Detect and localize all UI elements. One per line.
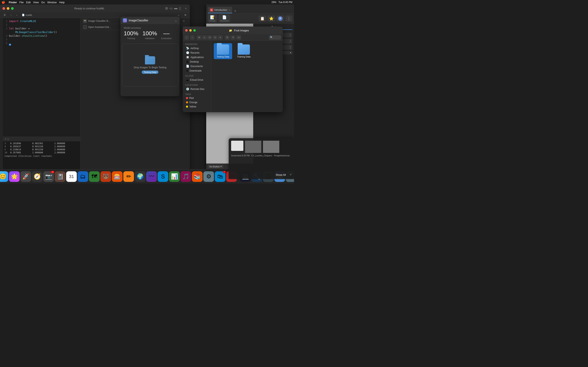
menubar-view[interactable]: View: [33, 1, 39, 4]
bullets-dropdown[interactable]: No Bullets ▾: [208, 165, 223, 168]
sidebar-item-desktop[interactable]: 🖥 Desktop: [183, 59, 210, 64]
dock-books[interactable]: 📚: [192, 171, 203, 182]
finder-folder-training[interactable]: Training Data: [234, 43, 253, 59]
before-para-stepper[interactable]: ▲▼: [290, 39, 291, 43]
after-para-stepper[interactable]: ▲▼: [290, 45, 291, 49]
code-line-6: 6: [3, 42, 80, 45]
xcode-nav-back[interactable]: ‹: [9, 13, 13, 17]
menubar-finder[interactable]: Finder: [9, 1, 17, 4]
sidebar-item-yellow[interactable]: Yellow: [183, 105, 210, 109]
notif-preview-3: [263, 141, 279, 153]
dock-cashculator[interactable]: 🎰: [112, 171, 122, 182]
sidebar-item-recents[interactable]: 🕐 Recents: [183, 50, 210, 55]
downloads-icon: ⬇: [186, 69, 188, 72]
dock-files[interactable]: 🗂: [78, 171, 88, 182]
right-item-close-1[interactable]: ⊠: [183, 20, 185, 22]
finder-gear-btn[interactable]: ⚙: [225, 35, 230, 40]
finder-folder-testing[interactable]: Testing Data: [214, 43, 232, 59]
size-stepper[interactable]: ▲▼: [290, 33, 291, 37]
classifier-chevron-icon[interactable]: ⌄: [174, 18, 177, 22]
sidebar-item-applications[interactable]: 🔲 Applications: [183, 55, 210, 59]
dock-preferences[interactable]: ⚙: [203, 171, 214, 182]
icloud-icon: ☁: [186, 78, 189, 81]
dock-bear[interactable]: 🐻: [100, 171, 111, 182]
more-btn[interactable]: ⋮: [285, 16, 292, 22]
dock-maps[interactable]: 🗺: [89, 171, 100, 182]
debug-stop-icon[interactable]: □: [7, 138, 9, 141]
dock-lines[interactable]: 〰: [146, 171, 157, 182]
training-label: Training: [124, 37, 138, 40]
dock-finder[interactable]: 😊: [0, 171, 8, 182]
sidebar-item-red[interactable]: Red: [183, 96, 210, 100]
pages-add-tab-btn[interactable]: ＋: [232, 8, 238, 13]
orange-tag-icon: [186, 101, 188, 103]
dock-chrome[interactable]: 🌍: [135, 171, 145, 182]
xcode-sidebar-toggle[interactable]: ☰: [2, 13, 8, 17]
finder-column-view-btn[interactable]: ⊟: [207, 35, 212, 40]
show-all-btn[interactable]: Show All: [276, 173, 286, 176]
dock-notebooks[interactable]: 📓: [55, 171, 65, 182]
dock-music[interactable]: 🎵: [181, 171, 191, 182]
finder-minimize-button[interactable]: [189, 29, 192, 32]
finder-maximize-button[interactable]: [193, 29, 196, 32]
pages-tab-active[interactable]: A Introduction ×: [208, 7, 232, 13]
xcode-assistant-toggle[interactable]: ⧉: [182, 13, 188, 17]
xcode-layout3-icon[interactable]: ▯: [179, 6, 181, 11]
menubar-help[interactable]: Help: [59, 1, 65, 4]
finder-tag-btn[interactable]: 🏷: [236, 35, 241, 40]
notif-close-btn[interactable]: ×: [290, 173, 292, 176]
xcode-minimize-button[interactable]: [7, 7, 9, 10]
pages-tab-close-btn[interactable]: ×: [229, 9, 230, 11]
finder-back-btn[interactable]: ‹: [184, 35, 189, 40]
training-folder-name: Training Data: [237, 55, 251, 58]
finder-share-btn[interactable]: ⬆: [231, 35, 235, 40]
dock-safari[interactable]: 🧭: [32, 171, 43, 182]
dock-sketch[interactable]: ✏: [123, 171, 134, 182]
xcode-panel-toggle[interactable]: ⫠: [175, 13, 182, 17]
xcode-layout1-icon[interactable]: ▭: [169, 6, 173, 11]
menubar-edit[interactable]: Edit: [26, 1, 31, 4]
apple-menu[interactable]: 🍎: [2, 1, 5, 4]
xcode-nav-forward[interactable]: ›: [14, 13, 19, 17]
debug-toolbar: ✓ □: [3, 137, 80, 141]
menubar-window[interactable]: Window: [47, 1, 57, 4]
profile-btn[interactable]: P: [277, 16, 284, 22]
dock-photos[interactable]: 📷 43: [43, 171, 54, 182]
dock-cashculator-icon: 🎰: [114, 173, 121, 180]
document-btn[interactable]: 📄 Document: [219, 14, 230, 23]
xcode-grid-icon[interactable]: ⊞: [165, 6, 168, 11]
sidebar-item-downloads[interactable]: ⬇ Downloads: [183, 68, 210, 73]
menubar-file[interactable]: File: [19, 1, 24, 4]
finder-list-view-btn[interactable]: ≡: [202, 35, 207, 40]
dock-siri[interactable]: 🌟: [9, 171, 20, 182]
dock-siri-icon: 🌟: [11, 173, 18, 180]
dock-appstore[interactable]: 🛍 7: [215, 171, 225, 182]
code-area[interactable]: 1 import CreateMLUI 2 3 let builder =: [3, 18, 80, 137]
dock-skype[interactable]: S: [158, 171, 168, 182]
finder-icon-view-btn[interactable]: ⊞: [197, 35, 201, 40]
xcode-close-button[interactable]: [2, 7, 5, 10]
format-btn[interactable]: 📝 Format: [208, 14, 217, 23]
finder-forward-btn[interactable]: ›: [190, 35, 195, 40]
menubar-go[interactable]: Go: [41, 1, 45, 4]
star-btn[interactable]: ⭐: [268, 16, 275, 22]
copy-btn[interactable]: 📋: [259, 16, 266, 22]
sidebar-item-remote[interactable]: 💿 Remote Disc: [183, 87, 210, 91]
xcode-layout2-icon[interactable]: ▬: [174, 6, 177, 11]
finder-close-button[interactable]: [185, 29, 188, 32]
xcode-add-icon[interactable]: ＋: [184, 6, 187, 11]
drop-zone[interactable]: Drop Images To Begin Testing Testing Dat…: [122, 44, 178, 86]
sidebar-item-airdrop[interactable]: 📡 AirDrop: [183, 46, 210, 50]
locations-section-label: Locations: [183, 83, 211, 87]
debug-check-icon[interactable]: ✓: [4, 138, 7, 141]
sidebar-item-icloud[interactable]: ☁ iCloud Drive: [183, 78, 210, 82]
dock-launchpad[interactable]: 🚀: [20, 171, 31, 182]
finder-gallery-view-btn[interactable]: ⊡: [213, 35, 217, 40]
finder-search-area[interactable]: 🔍: [269, 35, 281, 40]
dock-numbers[interactable]: 📊: [169, 171, 180, 182]
dock-calendar[interactable]: 31: [66, 171, 77, 182]
sidebar-item-orange[interactable]: Orange: [183, 100, 210, 104]
finder-view-options-btn[interactable]: ▾: [218, 35, 223, 40]
xcode-maximize-button[interactable]: [11, 7, 14, 10]
sidebar-item-documents[interactable]: 📄 Documents: [183, 64, 210, 68]
